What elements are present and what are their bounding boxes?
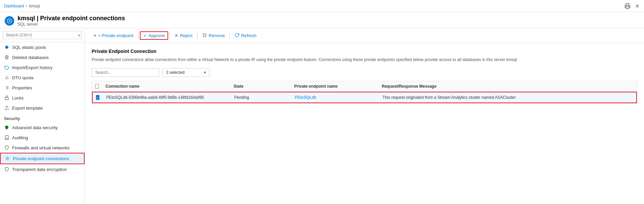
row-checkbox[interactable]: ✓ xyxy=(96,95,99,100)
sidebar-label: Properties xyxy=(12,85,32,90)
toolbar-divider-4 xyxy=(229,32,230,39)
selected-count-label: 3 selected xyxy=(166,70,185,75)
server-icon xyxy=(5,16,14,26)
breadcrumb-parent[interactable]: Dashboard xyxy=(4,4,24,8)
table-search-input[interactable] xyxy=(92,68,159,77)
sidebar-item-properties[interactable]: Properties xyxy=(0,83,85,93)
trash-icon xyxy=(4,55,9,60)
remove-button[interactable]: Remove xyxy=(199,31,228,40)
toolbar-divider-1 xyxy=(138,32,139,39)
col-connection-name: Connection name xyxy=(102,81,230,91)
sidebar: « SQL elastic pools Deleted databases Im… xyxy=(0,28,85,204)
export-icon xyxy=(4,105,9,111)
print-icon[interactable] xyxy=(624,3,631,9)
checkmark-icon: ✓ xyxy=(143,33,147,38)
book-icon xyxy=(4,135,9,140)
cell-connection-name: PEtoSQLdb-0390e96a-aa0d-49f5-9d6b-148fd1… xyxy=(103,92,231,103)
refresh-label: Refresh xyxy=(241,33,256,38)
svg-point-16 xyxy=(7,158,8,159)
sidebar-label: Import/Export history xyxy=(12,65,53,70)
sidebar-item-private-endpoint-connections[interactable]: Private endpoint connections xyxy=(0,153,85,164)
sidebar-item-dtu-quota[interactable]: DTU quota xyxy=(0,72,85,83)
table-container: Connection name State Private endpoint n… xyxy=(92,81,637,104)
reject-button[interactable]: ✕ Reject xyxy=(171,31,196,40)
remove-label: Remove xyxy=(209,33,225,38)
section-content: Private Endpoint Connection Private endp… xyxy=(85,43,644,109)
approve-button[interactable]: ✓ Approve xyxy=(140,31,168,40)
cell-private-endpoint-name[interactable]: PEtoSQLdb xyxy=(292,92,379,103)
chevron-down-icon: ▾ xyxy=(204,70,206,75)
filter-bar: 3 selected ▾ xyxy=(92,68,637,77)
cell-message: This request originated from a Stream An… xyxy=(379,92,636,103)
table-row: ✓ PEtoSQLdb-0390e96a-aa0d-49f5-9d6b-148f… xyxy=(92,92,637,103)
history-icon xyxy=(4,65,9,70)
header-checkbox[interactable] xyxy=(95,84,99,89)
sidebar-label: Firewalls and virtual networks xyxy=(12,145,70,150)
sidebar-label: Auditing xyxy=(12,135,28,140)
col-private-endpoint-name: Private endpoint name xyxy=(291,81,378,91)
sidebar-label: Advanced data security xyxy=(12,125,58,130)
sidebar-label: Private endpoint connections xyxy=(13,156,69,161)
sidebar-item-transparent-data-encryption[interactable]: Transparent data encryption xyxy=(0,164,85,174)
sidebar-item-sql-elastic-pools[interactable]: SQL elastic pools xyxy=(0,42,85,52)
plus-icon: + xyxy=(94,33,96,38)
add-private-endpoint-button[interactable]: + + Private endpoint xyxy=(90,31,137,40)
collapse-button[interactable]: « xyxy=(78,32,81,38)
sidebar-label: Export template xyxy=(12,106,43,111)
page-title: kmsql | Private endpoint connections xyxy=(18,15,125,22)
approve-label: Approve xyxy=(149,33,165,38)
section-description: Private endpoint connections allow conne… xyxy=(92,57,637,63)
col-message: Request/Response Message xyxy=(378,81,637,91)
sidebar-item-export-template[interactable]: Export template xyxy=(0,103,85,113)
sidebar-item-import-export[interactable]: Import/Export history xyxy=(0,62,85,72)
toolbar-divider-2 xyxy=(170,32,170,39)
sidebar-label: Transparent data encryption xyxy=(12,167,67,172)
diamond-icon xyxy=(4,45,9,50)
svg-rect-14 xyxy=(5,97,9,99)
x-icon: ✕ xyxy=(175,33,178,38)
bar-chart-icon xyxy=(4,75,9,80)
add-label: + Private endpoint xyxy=(98,33,133,38)
top-icons xyxy=(624,3,640,9)
breadcrumb-current: kmsql xyxy=(29,4,40,8)
security-section-header: Security xyxy=(0,113,85,122)
cell-state: Pending xyxy=(231,92,292,103)
sidebar-label: SQL elastic pools xyxy=(12,45,46,50)
sidebar-item-auditing[interactable]: Auditing xyxy=(0,133,85,143)
sidebar-label: DTU quota xyxy=(12,75,33,80)
sidebar-item-locks[interactable]: Locks xyxy=(0,93,85,103)
col-state: State xyxy=(230,81,291,91)
top-bar: Dashboard › kmsql xyxy=(0,0,644,12)
selected-filter-dropdown[interactable]: 3 selected ▾ xyxy=(162,68,210,77)
header-checkbox-cell xyxy=(92,81,102,91)
search-input[interactable] xyxy=(3,31,82,39)
lock-icon xyxy=(4,95,9,100)
sidebar-label: Locks xyxy=(12,95,24,100)
svg-marker-4 xyxy=(5,45,9,49)
sidebar-label: Deleted databases xyxy=(12,55,49,60)
svg-point-3 xyxy=(9,20,10,22)
sidebar-item-firewalls-vnets[interactable]: Firewalls and virtual networks xyxy=(0,143,85,153)
page-header: kmsql | Private endpoint connections SQL… xyxy=(0,12,644,28)
main-layout: « SQL elastic pools Deleted databases Im… xyxy=(0,28,644,204)
content-area: + + Private endpoint ✓ Approve ✕ Reject … xyxy=(85,28,644,204)
breadcrumb: Dashboard › kmsql xyxy=(4,4,40,8)
toolbar: + + Private endpoint ✓ Approve ✕ Reject … xyxy=(85,28,644,43)
sidebar-item-advanced-data-security[interactable]: Advanced data security xyxy=(0,122,85,133)
table-header: Connection name State Private endpoint n… xyxy=(92,81,637,92)
page-subtitle: SQL server xyxy=(18,22,125,27)
refresh-button[interactable]: Refresh xyxy=(231,31,260,40)
reject-label: Reject xyxy=(180,33,192,38)
close-icon[interactable] xyxy=(635,3,640,9)
sidebar-search-container: « xyxy=(0,28,85,42)
refresh-icon xyxy=(235,33,239,38)
firewall-icon xyxy=(4,145,9,150)
row-checkbox-cell: ✓ xyxy=(93,92,103,103)
section-title: Private Endpoint Connection xyxy=(92,49,637,54)
toolbar-divider-3 xyxy=(197,32,197,39)
shield2-icon xyxy=(4,167,9,172)
trash-toolbar-icon xyxy=(202,33,207,38)
svg-rect-0 xyxy=(626,6,629,8)
sidebar-item-deleted-databases[interactable]: Deleted databases xyxy=(0,52,85,62)
properties-icon xyxy=(4,85,9,90)
